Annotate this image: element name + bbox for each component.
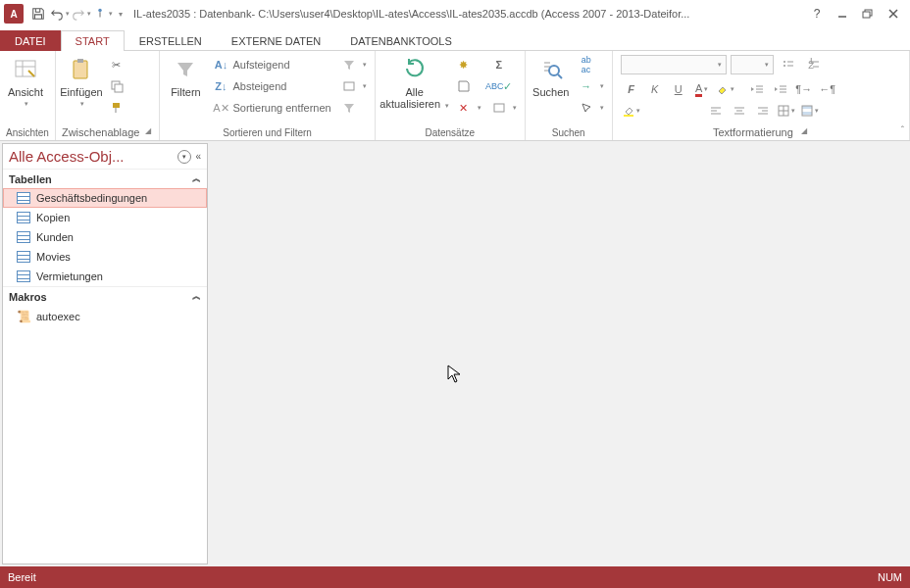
nav-item-kopien[interactable]: Kopien xyxy=(3,208,207,227)
suchen-button[interactable]: Suchen xyxy=(530,53,573,98)
copy-icon xyxy=(109,78,125,94)
tab-start[interactable]: START xyxy=(61,30,125,51)
nav-item-vermietungen[interactable]: Vermietungen xyxy=(3,267,207,286)
delete-record-button[interactable]: ✕▾ xyxy=(452,98,485,118)
alternate-row-button[interactable]: ▾ xyxy=(799,101,821,121)
nav-item-autoexec[interactable]: 📜autoexec xyxy=(3,306,207,327)
textfmt-launcher-icon[interactable]: ◢ xyxy=(799,126,809,138)
status-numlock: NUM xyxy=(878,571,902,583)
bold-button[interactable]: F xyxy=(621,79,642,99)
title-bar: A ▾ ▾ ▾ ▾ IL-ates2035 : Datenbank- C:\Us… xyxy=(0,0,910,27)
access-app-icon: A xyxy=(4,4,24,24)
bullets-button[interactable] xyxy=(778,55,799,74)
save-icon[interactable] xyxy=(27,3,49,24)
clipboard-launcher-icon[interactable]: ◢ xyxy=(143,126,153,138)
absteigend-button[interactable]: Z↓Absteigend xyxy=(209,76,334,96)
svg-point-13 xyxy=(784,61,785,63)
tab-externe-daten[interactable]: EXTERNE DATEN xyxy=(217,30,335,51)
nav-item-geschaeftsbedingungen[interactable]: Geschäftsbedingungen xyxy=(3,188,207,208)
rtl-button[interactable]: ←¶ xyxy=(817,79,838,99)
totals-button[interactable]: Σ xyxy=(487,55,521,74)
nav-item-label: Geschäftsbedingungen xyxy=(36,192,147,204)
svg-rect-41 xyxy=(802,112,812,115)
ribbon-tabs: DATEI START ERSTELLEN EXTERNE DATEN DATE… xyxy=(0,27,910,51)
aufsteigend-button[interactable]: A↓Aufsteigend xyxy=(209,55,334,74)
numbering-button[interactable]: 12 xyxy=(803,55,825,74)
main-area: Alle Access-Obj... ▾ « Tabellen︽ Geschäf… xyxy=(0,141,910,566)
gridlines-button[interactable]: ▾ xyxy=(776,101,797,121)
font-combo[interactable]: ▾ xyxy=(621,55,727,74)
save-record-button[interactable] xyxy=(452,76,485,96)
goto-button[interactable]: →▾ xyxy=(575,76,608,96)
tab-datenbanktools[interactable]: DATENBANKTOOLS xyxy=(335,30,467,51)
align-left-button[interactable] xyxy=(705,101,727,121)
delete-record-icon: ✕ xyxy=(456,100,472,116)
increase-indent-button[interactable] xyxy=(770,79,791,99)
spelling-button[interactable]: ABC✓ xyxy=(487,76,521,96)
einfuegen-button[interactable]: Einfügen ▾ xyxy=(60,53,103,108)
find-icon xyxy=(536,55,566,84)
spelling-icon: ABC✓ xyxy=(491,78,507,94)
minimize-icon[interactable] xyxy=(830,3,855,24)
group-label-textfmt: Textformatierung xyxy=(713,126,793,138)
sort-desc-icon: Z↓ xyxy=(213,78,228,94)
selection-filter-button[interactable]: ▾ xyxy=(337,55,371,74)
totals-icon: Σ xyxy=(491,57,507,73)
italic-button[interactable]: K xyxy=(644,79,666,99)
nav-section-tabellen-label: Tabellen xyxy=(9,173,52,185)
refresh-icon xyxy=(400,55,430,84)
cut-button[interactable]: ✂ xyxy=(105,55,128,74)
svg-rect-9 xyxy=(113,103,120,108)
ansicht-button[interactable]: Ansicht ▾ xyxy=(4,53,47,108)
svg-rect-8 xyxy=(115,84,123,92)
qat-customize-icon[interactable]: ▾ xyxy=(114,3,127,24)
format-painter-button[interactable] xyxy=(105,98,128,118)
group-textformatierung: ▾ ▾ 12 F K U A▾ ▾ ¶→ ←¶ ▾ xyxy=(613,51,910,140)
status-ready: Bereit xyxy=(8,571,36,583)
sortierung-entfernen-button[interactable]: A✕Sortierung entfernen xyxy=(209,98,334,118)
toggle-filter-button[interactable] xyxy=(337,98,371,118)
tab-file[interactable]: DATEI xyxy=(0,30,61,51)
ribbon: Ansicht ▾ Ansichten Einfügen ▾ ✂ Zwische… xyxy=(0,51,910,141)
more-records-button[interactable]: ▾ xyxy=(487,98,521,118)
new-record-icon: ✸ xyxy=(456,57,472,73)
help-icon[interactable]: ? xyxy=(804,3,830,24)
touch-mode-icon[interactable]: ▾ xyxy=(92,3,114,24)
align-right-button[interactable] xyxy=(752,101,774,121)
undo-icon[interactable]: ▾ xyxy=(49,3,71,24)
collapse-ribbon-icon[interactable]: ˆ xyxy=(901,125,904,136)
nav-section-makros[interactable]: Makros︽ xyxy=(3,286,207,306)
nav-item-movies[interactable]: Movies xyxy=(3,247,207,267)
tab-erstellen[interactable]: ERSTELLEN xyxy=(125,30,217,51)
ltr-button[interactable]: ¶→ xyxy=(793,79,815,99)
nav-item-kunden[interactable]: Kunden xyxy=(3,227,207,247)
table-icon xyxy=(17,212,30,223)
alle-aktualisieren-button[interactable]: Alleaktualisieren ▾ xyxy=(379,53,450,112)
nav-header[interactable]: Alle Access-Obj... ▾ « xyxy=(3,144,207,169)
suchen-label: Suchen xyxy=(532,86,569,98)
new-record-button[interactable]: ✸ xyxy=(452,55,485,74)
nav-collapse-icon[interactable]: « xyxy=(195,151,201,162)
underline-button[interactable]: U xyxy=(668,79,689,99)
fontsize-combo[interactable]: ▾ xyxy=(731,55,774,74)
redo-icon[interactable]: ▾ xyxy=(71,3,92,24)
align-center-button[interactable] xyxy=(729,101,750,121)
advanced-filter-button[interactable]: ▾ xyxy=(337,76,371,96)
sortentf-label: Sortierung entfernen xyxy=(232,102,330,114)
svg-rect-10 xyxy=(344,82,354,90)
filtern-button[interactable]: Filtern xyxy=(164,53,207,98)
nav-section-tabellen[interactable]: Tabellen︽ xyxy=(3,169,207,188)
close-icon[interactable] xyxy=(881,3,906,24)
group-label-zwischenablage: Zwischenablage xyxy=(62,126,140,138)
restore-icon[interactable] xyxy=(855,3,881,24)
copy-button[interactable] xyxy=(105,76,128,96)
font-color-button[interactable]: A▾ xyxy=(691,79,713,99)
chevron-up-icon: ︽ xyxy=(192,172,201,185)
fill-color-button[interactable]: ▾ xyxy=(621,101,642,121)
highlight-button[interactable]: ▾ xyxy=(715,79,736,99)
select-button[interactable]: ▾ xyxy=(575,98,608,118)
replace-button[interactable]: abac xyxy=(575,55,608,74)
alleakt-label1: Alle xyxy=(406,86,424,98)
decrease-indent-button[interactable] xyxy=(746,79,768,99)
nav-menu-icon[interactable]: ▾ xyxy=(177,150,191,164)
